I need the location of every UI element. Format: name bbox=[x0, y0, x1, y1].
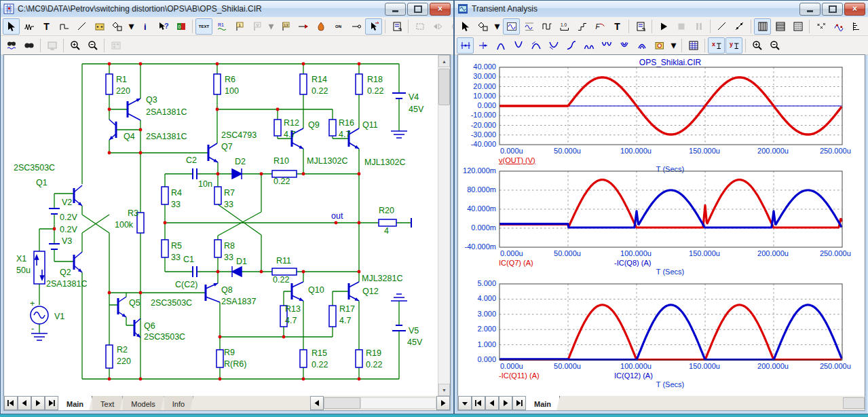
horizontal-scrollbar[interactable] bbox=[843, 396, 865, 410]
branch-mode-button[interactable] bbox=[573, 18, 590, 35]
go-bottom-button[interactable] bbox=[616, 37, 633, 54]
plot-canvas[interactable] bbox=[499, 283, 843, 361]
restore-button[interactable] bbox=[822, 3, 843, 16]
run-button-button[interactable] bbox=[655, 18, 672, 35]
grid-both-toggle-button[interactable] bbox=[789, 18, 806, 35]
first-page-button[interactable] bbox=[472, 396, 485, 410]
tab-main[interactable]: Main bbox=[526, 396, 560, 410]
scroll-thumb[interactable] bbox=[324, 397, 360, 409]
prev-page-button[interactable] bbox=[18, 396, 31, 410]
ruler-toggle-button[interactable] bbox=[848, 18, 865, 35]
prev-page-button[interactable] bbox=[485, 396, 499, 410]
scroll-down-button[interactable]: ▼ bbox=[438, 384, 450, 396]
zoom-in-button[interactable] bbox=[749, 37, 766, 54]
go-dropdown-button[interactable]: ▾ bbox=[668, 37, 679, 54]
select-curve-mode-button[interactable] bbox=[521, 18, 537, 35]
grid-text-toggle-button[interactable]: TEXT bbox=[195, 18, 212, 35]
x-scale-lock-button[interactable]: x bbox=[708, 37, 725, 54]
shape-dropdown-button[interactable]: ▾ bbox=[492, 18, 502, 35]
legend-2[interactable]: -IC(Q8) (A) bbox=[614, 259, 651, 267]
grid-vertical-toggle-button[interactable] bbox=[754, 18, 771, 35]
properties-button[interactable] bbox=[632, 18, 649, 35]
vertical-scrollbar[interactable]: ▲ ▼ bbox=[438, 55, 450, 396]
go-valley-button[interactable] bbox=[510, 37, 527, 54]
plot-2[interactable]: 120.000m80.000m40.000m0.000m-40.000m0.00… bbox=[458, 170, 865, 283]
tab-main[interactable]: Main bbox=[58, 396, 92, 410]
scroll-thumb[interactable] bbox=[438, 69, 450, 105]
fft-mode-button[interactable]: F bbox=[591, 18, 608, 35]
go-global-high-button[interactable] bbox=[580, 37, 597, 54]
scroll-track[interactable] bbox=[360, 397, 436, 409]
minimize-button[interactable] bbox=[799, 3, 820, 16]
attribute-text-toggle-button[interactable]: R1 bbox=[213, 18, 230, 35]
select-mode-button[interactable] bbox=[3, 18, 20, 35]
grid-horizontal-toggle-button[interactable] bbox=[772, 18, 789, 35]
digital-probe-button[interactable]: 0 bbox=[172, 18, 189, 35]
node-numbers-toggle-button[interactable]: 1 bbox=[231, 18, 248, 35]
properties-button[interactable] bbox=[388, 18, 405, 35]
scroll-up-button[interactable]: ▲ bbox=[438, 55, 450, 67]
close-button[interactable]: × bbox=[430, 3, 451, 16]
cursor-next-button[interactable] bbox=[474, 37, 491, 54]
tab-text[interactable]: Text bbox=[92, 396, 123, 410]
y-scale-lock-button[interactable]: y bbox=[725, 37, 742, 54]
text-mode-button[interactable]: T bbox=[38, 18, 55, 35]
shape-dropdown-button[interactable]: ▾ bbox=[126, 18, 136, 35]
select-mode-button[interactable] bbox=[457, 18, 474, 35]
shape-tool-button[interactable] bbox=[109, 18, 126, 35]
schematic-titlebar[interactable]: C:\MC9\DATA\Petrov\switching distortion\… bbox=[1, 1, 453, 17]
plot-3[interactable]: 5.0004.0003.0002.0001.0000.0000.000u50.0… bbox=[458, 283, 865, 395]
polyline-tool-button[interactable] bbox=[731, 18, 748, 35]
condition-toggle-button[interactable]: ON bbox=[330, 18, 347, 35]
token-toggle-button[interactable] bbox=[830, 18, 847, 35]
zoom-rect-mode-button[interactable] bbox=[538, 18, 555, 35]
cursor-probe-mode-button[interactable] bbox=[365, 18, 382, 35]
info-mode-button[interactable]: i bbox=[137, 18, 154, 35]
current-toggle-button[interactable]: 13 bbox=[277, 18, 294, 35]
go-inflection-button[interactable] bbox=[563, 37, 580, 54]
minimize-button[interactable] bbox=[385, 3, 406, 16]
plot-canvas[interactable] bbox=[499, 170, 843, 248]
go-peak-button[interactable] bbox=[492, 37, 509, 54]
analysis-titlebar[interactable]: Transient Analysis × bbox=[455, 1, 868, 17]
plot-1[interactable]: OPS_Shiklai.CIR40.00030.00020.00010.0000… bbox=[458, 58, 865, 171]
zoom-out-button[interactable] bbox=[84, 37, 101, 54]
scroll-thumb[interactable] bbox=[843, 397, 865, 409]
scale-mode-button[interactable]: 1.0 bbox=[556, 18, 573, 35]
pin-connection-toggle-button[interactable] bbox=[347, 18, 364, 35]
go-branch-button[interactable] bbox=[651, 37, 668, 54]
component-mode-button[interactable] bbox=[20, 18, 37, 35]
next-page-button[interactable] bbox=[31, 396, 45, 410]
plot-area[interactable]: OPS_Shiklai.CIR40.00030.00020.00010.0000… bbox=[457, 54, 865, 397]
go-top-button[interactable] bbox=[633, 37, 650, 54]
legend-1[interactable]: -IC(Q11) (A) bbox=[499, 371, 540, 380]
restore-button[interactable] bbox=[407, 3, 428, 16]
scroll-left-button[interactable] bbox=[310, 396, 324, 410]
last-page-button[interactable] bbox=[512, 396, 526, 410]
last-page-button[interactable] bbox=[45, 396, 58, 410]
wire-mode-button[interactable] bbox=[56, 18, 73, 35]
help-mode-button[interactable]: ? bbox=[155, 18, 172, 35]
zoom-in-button[interactable] bbox=[67, 37, 83, 54]
tab-models[interactable]: Models bbox=[123, 396, 164, 410]
page-dropdown-button[interactable] bbox=[458, 396, 472, 410]
go-high-button[interactable] bbox=[527, 37, 544, 54]
legend-1[interactable]: v(OUT) (V) bbox=[499, 156, 535, 164]
tab-info[interactable]: Info bbox=[164, 396, 193, 410]
data-points-toggle-button[interactable] bbox=[812, 18, 829, 35]
text-mode-button[interactable]: T bbox=[609, 18, 626, 35]
scroll-right-button[interactable] bbox=[436, 396, 450, 410]
zoom-out-button[interactable] bbox=[766, 37, 783, 54]
next-page-button[interactable] bbox=[499, 396, 512, 410]
line-tool-button[interactable] bbox=[713, 18, 730, 35]
cursor-lr-button[interactable] bbox=[457, 37, 474, 54]
go-low-button[interactable] bbox=[545, 37, 562, 54]
first-page-button[interactable] bbox=[4, 396, 18, 410]
schematic-canvas[interactable]: R1220R6100R140.22R180.22V445VQ32SA1381CQ… bbox=[4, 55, 438, 396]
find-text-button[interactable] bbox=[3, 37, 20, 54]
numeric-output-button[interactable] bbox=[685, 37, 702, 54]
diagonal-wire-mode-button[interactable] bbox=[73, 18, 90, 35]
go-global-low-button[interactable] bbox=[598, 37, 615, 54]
scope-mode-button[interactable] bbox=[503, 18, 520, 35]
legend-2[interactable]: IC(Q12) (A) bbox=[614, 371, 653, 380]
